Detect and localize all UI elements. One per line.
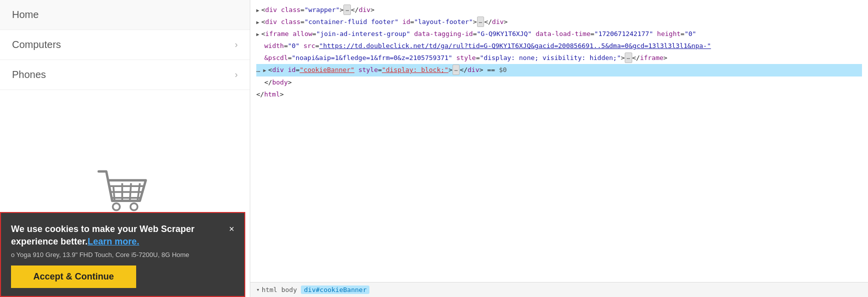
code-line-cookie-banner: … ▶ <div id="cookieBanner" style="displa… bbox=[256, 64, 862, 76]
cookie-banner: We use cookies to make your Web Scraper … bbox=[0, 212, 245, 297]
nav-item-home[interactable]: Home bbox=[0, 0, 250, 30]
ellipsis-button[interactable]: … bbox=[343, 4, 351, 15]
code-line-footer: ▶ <div class="container-fluid footer" id… bbox=[256, 16, 862, 28]
cookie-banner-header: We use cookies to make your Web Scraper … bbox=[11, 223, 234, 248]
nav-label-home: Home bbox=[12, 9, 39, 20]
expand-icon[interactable]: ▶ bbox=[256, 18, 259, 26]
devtools-bottom-bar: ▾ html body div#cookieBanner bbox=[250, 282, 868, 297]
nav-item-phones[interactable]: Phones › bbox=[0, 60, 250, 90]
down-arrow-icon: ▾ bbox=[256, 286, 260, 293]
devtools-content: ▶ <div class="wrapper"> … </div> ▶ <div … bbox=[250, 0, 868, 282]
devtools-panel: ▶ <div class="wrapper"> … </div> ▶ <div … bbox=[250, 0, 868, 297]
code-line-body-close: </body> bbox=[256, 76, 862, 88]
nav-list: Home Computers › Phones › bbox=[0, 0, 250, 90]
ellipsis-button[interactable]: … bbox=[453, 64, 460, 75]
shopping-cart-icon bbox=[95, 168, 155, 218]
code-line-wrapper: ▶ <div class="wrapper"> … </div> bbox=[256, 4, 862, 16]
chevron-right-icon: › bbox=[235, 70, 238, 80]
accept-continue-button[interactable]: Accept & Continue bbox=[11, 266, 136, 288]
expand-icon[interactable]: ▶ bbox=[263, 66, 266, 74]
chevron-right-icon: › bbox=[235, 40, 238, 50]
svg-point-8 bbox=[130, 203, 137, 210]
ellipsis-button[interactable]: … bbox=[625, 52, 632, 63]
left-panel: Home Computers › Phones › bbox=[0, 0, 250, 297]
code-line-iframe-cont1: width="0" src="https://td.doubleclick.ne… bbox=[256, 40, 862, 52]
cookie-close-button[interactable]: × bbox=[229, 224, 234, 234]
cookie-text: We use cookies to make your Web Scraper … bbox=[11, 223, 224, 248]
product-subtitle: o Yoga 910 Grey, 13.9" FHD Touch, Core i… bbox=[11, 251, 234, 258]
tri-ellipsis[interactable]: … bbox=[256, 64, 260, 76]
breadcrumb-active-tag[interactable]: div#cookieBanner bbox=[301, 286, 369, 294]
nav-item-computers[interactable]: Computers › bbox=[0, 30, 250, 60]
breadcrumb-html[interactable]: html bbox=[262, 286, 277, 294]
product-area: We use cookies to make your Web Scraper … bbox=[0, 90, 250, 297]
code-line-iframe: ▶ <iframe allow="join-ad-interest-group"… bbox=[256, 28, 862, 40]
breadcrumb-body[interactable]: body bbox=[281, 286, 297, 294]
learn-more-link[interactable]: Learn more. bbox=[88, 236, 139, 246]
code-line-html-close: </html> bbox=[256, 88, 862, 100]
svg-point-7 bbox=[113, 203, 120, 210]
code-line-iframe-cont2: &pscdl="noapi&aip=1&fledge=1&frm=0&z=210… bbox=[256, 52, 862, 64]
expand-icon[interactable]: ▶ bbox=[256, 30, 259, 38]
expand-icon[interactable]: ▶ bbox=[256, 6, 259, 14]
nav-label-computers: Computers bbox=[12, 39, 61, 50]
ellipsis-button[interactable]: … bbox=[477, 16, 485, 27]
nav-label-phones: Phones bbox=[12, 69, 46, 80]
